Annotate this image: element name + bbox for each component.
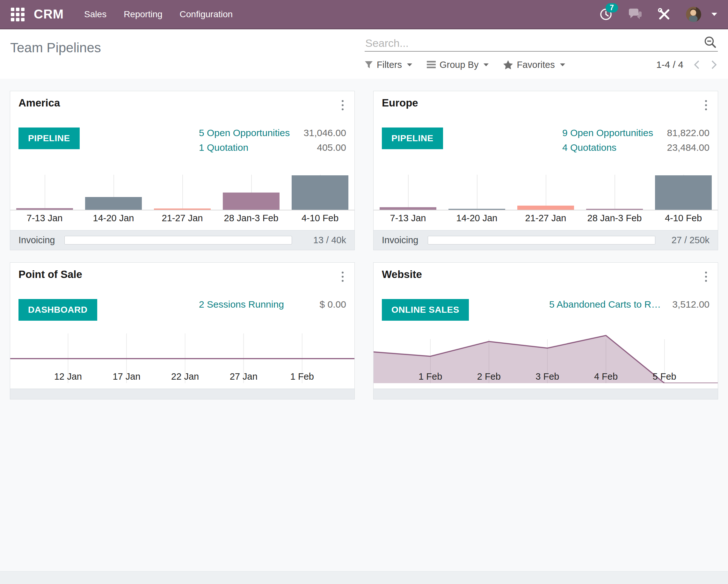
kebab-menu-icon[interactable] xyxy=(702,97,709,113)
gridline xyxy=(546,175,546,210)
invoicing-value: 27 / 250k xyxy=(665,235,709,246)
sessions-running-link[interactable]: 2 Sessions Running xyxy=(199,299,284,310)
debug-tools-button[interactable] xyxy=(657,7,671,21)
bar-21-27-jan[interactable] xyxy=(154,208,210,210)
chart-plot xyxy=(10,170,355,210)
stat-value: 23,484.00 xyxy=(656,142,709,153)
invoicing-progressbar[interactable] xyxy=(64,236,292,245)
dashboard-content: America PIPELINE 5 Open Opportunities 31… xyxy=(0,79,728,584)
stat-row: 2 Sessions Running $ 0.00 xyxy=(199,299,346,310)
bar-28-jan-3-feb[interactable] xyxy=(223,193,279,210)
card-footer xyxy=(373,388,718,399)
kebab-menu-icon[interactable] xyxy=(339,97,346,113)
favorites-label: Favorites xyxy=(517,59,554,70)
card-point-of-sale: Point of Sale DASHBOARD 2 Sessions Runni… xyxy=(10,262,355,400)
kebab-menu-icon[interactable] xyxy=(702,269,709,285)
bar-14-20-jan[interactable] xyxy=(85,197,141,210)
daily-sales-area-chart: 1 Feb2 Feb3 Feb4 Feb5 Feb xyxy=(373,328,718,383)
pager-range: 1-4 / 4 xyxy=(656,59,683,70)
group-by-button[interactable]: Group By xyxy=(427,59,489,70)
weekly-bar-chart: 7-13 Jan14-20 Jan21-27 Jan28 Jan-3 Feb4-… xyxy=(373,170,718,224)
invoicing-value: 13 / 40k xyxy=(302,235,346,246)
stat-row: 5 Open Opportunities 31,046.00 xyxy=(199,128,346,138)
stat-value: 405.00 xyxy=(305,142,346,153)
filters-button[interactable]: Filters xyxy=(365,59,412,70)
group-by-label: Group By xyxy=(440,59,479,70)
pager-previous-icon[interactable] xyxy=(693,59,701,70)
star-icon xyxy=(503,60,513,70)
bar-14-20-jan[interactable] xyxy=(448,209,505,210)
card-footer: Invoicing 13 / 40k xyxy=(10,230,355,250)
stat-value: $ 0.00 xyxy=(308,299,346,310)
bar-21-27-jan[interactable] xyxy=(517,206,574,210)
pager-next-icon[interactable] xyxy=(710,59,718,70)
menu-reporting[interactable]: Reporting xyxy=(124,9,162,20)
stat-row: 4 Quotations 23,484.00 xyxy=(562,142,709,153)
invoicing-label: Invoicing xyxy=(382,235,418,246)
filters-caret-icon xyxy=(407,64,412,66)
card-website: Website ONLINE SALES 5 Abandoned Carts t… xyxy=(373,262,718,400)
gridline xyxy=(408,175,409,210)
group-by-icon xyxy=(427,61,436,69)
apps-grid-icon[interactable] xyxy=(11,8,24,21)
bar-4-10-feb[interactable] xyxy=(655,175,711,210)
stat-value: 3,512.00 xyxy=(661,299,709,310)
online-sales-button[interactable]: ONLINE SALES xyxy=(382,299,469,321)
activity-clock-icon[interactable]: 7 xyxy=(599,8,613,21)
chart-labels: 7-13 Jan14-20 Jan21-27 Jan28 Jan-3 Feb4-… xyxy=(10,213,355,224)
x-tick-label: 7-13 Jan xyxy=(373,213,442,224)
stat-value: 81,822.00 xyxy=(656,128,709,138)
gridline xyxy=(45,175,45,210)
gridline xyxy=(477,175,477,210)
search-zoom-icon[interactable] xyxy=(703,35,718,50)
tools-icon xyxy=(657,7,671,21)
dashboard-button[interactable]: DASHBOARD xyxy=(19,299,97,321)
quotation-link[interactable]: 1 Quotation xyxy=(199,142,248,153)
card-america: America PIPELINE 5 Open Opportunities 31… xyxy=(10,91,355,250)
activity-count-badge: 7 xyxy=(606,3,618,12)
x-tick-label: 14-20 Jan xyxy=(79,213,148,224)
chart-labels: 7-13 Jan14-20 Jan21-27 Jan28 Jan-3 Feb4-… xyxy=(373,213,718,224)
chat-bubbles-icon xyxy=(627,8,643,21)
x-tick-label: 28 Jan-3 Feb xyxy=(217,213,286,224)
avatar-image xyxy=(686,7,701,22)
x-tick-label: 4-10 Feb xyxy=(286,213,355,224)
card-title: America xyxy=(19,97,60,109)
open-opportunities-link[interactable]: 9 Open Opportunities xyxy=(562,128,653,138)
bar-4-10-feb[interactable] xyxy=(292,175,348,210)
kebab-menu-icon[interactable] xyxy=(339,269,346,285)
gridline xyxy=(182,175,183,210)
card-title: Point of Sale xyxy=(19,269,82,281)
abandoned-carts-link[interactable]: 5 Abandoned Carts to R… xyxy=(549,299,661,310)
bar-7-13-jan[interactable] xyxy=(380,207,436,210)
invoicing-progressbar[interactable] xyxy=(428,236,655,245)
open-opportunities-link[interactable]: 5 Open Opportunities xyxy=(199,128,290,138)
stat-value: 31,046.00 xyxy=(292,128,346,138)
card-title: Europe xyxy=(382,97,418,109)
x-tick-label: 21-27 Jan xyxy=(148,213,217,224)
bar-7-13-jan[interactable] xyxy=(16,208,73,210)
page-title: Team Pipelines xyxy=(10,40,101,79)
bar-28-jan-3-feb[interactable] xyxy=(586,209,643,210)
quotations-link[interactable]: 4 Quotations xyxy=(562,142,617,153)
search-input[interactable] xyxy=(365,37,703,50)
nav-menu: Sales Reporting Configuration xyxy=(84,9,233,20)
stat-row: 1 Quotation 405.00 xyxy=(199,142,346,153)
chart-plot xyxy=(373,170,718,210)
messages-button[interactable] xyxy=(627,8,643,21)
daily-sales-line-chart: 12 Jan17 Jan22 Jan27 Jan1 Feb xyxy=(10,328,355,383)
control-panel: Team Pipelines Filters xyxy=(0,29,728,79)
menu-sales[interactable]: Sales xyxy=(84,9,106,20)
pipeline-button[interactable]: PIPELINE xyxy=(382,128,443,149)
favorites-button[interactable]: Favorites xyxy=(503,59,565,70)
app-name[interactable]: CRM xyxy=(34,7,64,21)
stat-row: 9 Open Opportunities 81,822.00 xyxy=(562,128,709,138)
gridline xyxy=(615,175,615,210)
user-menu-caret-icon[interactable] xyxy=(711,13,717,16)
x-tick-label: 21-27 Jan xyxy=(511,213,580,224)
top-nav-bar: CRM Sales Reporting Configuration 7 xyxy=(0,0,728,29)
card-europe: Europe PIPELINE 9 Open Opportunities 81,… xyxy=(373,91,718,250)
user-avatar[interactable] xyxy=(686,7,701,22)
pipeline-button[interactable]: PIPELINE xyxy=(19,128,80,149)
menu-configuration[interactable]: Configuration xyxy=(180,9,233,20)
